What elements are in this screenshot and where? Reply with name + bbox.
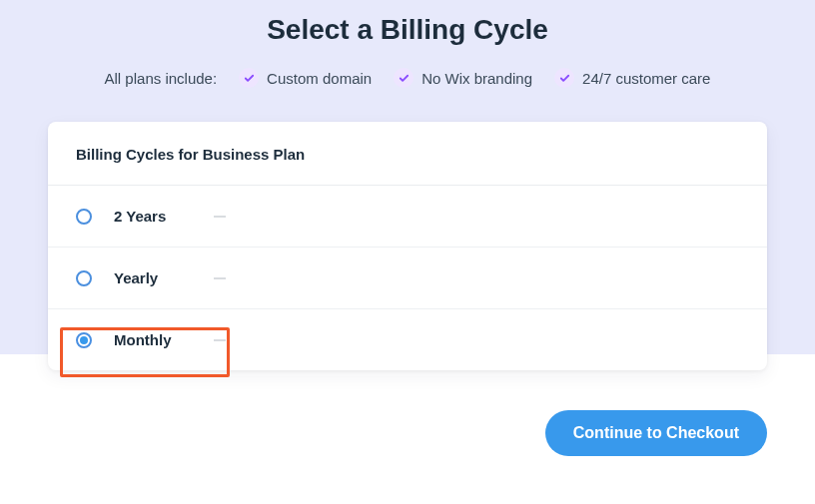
option-yearly[interactable]: Yearly [48,248,767,309]
dash-icon [214,277,226,279]
options-list: 2 Years Yearly Monthly [48,186,767,370]
feature-support: 24/7 customer care [554,68,710,88]
check-icon [554,68,574,88]
option-label: 2 Years [114,208,204,225]
check-icon [394,68,413,88]
radio-icon [76,209,92,225]
page-title: Select a Billing Cycle [48,0,767,46]
option-label: Monthly [114,331,204,348]
billing-card: Billing Cycles for Business Plan 2 Years… [48,122,767,370]
check-icon [239,68,259,88]
feature-no-branding: No Wix branding [394,68,532,88]
includes-label: All plans include: [105,70,218,87]
option-monthly[interactable]: Monthly [48,309,767,370]
radio-icon [76,270,92,286]
footer-row: Continue to Checkout [48,410,767,456]
feature-custom-domain: Custom domain [239,68,372,88]
card-header: Billing Cycles for Business Plan [48,122,767,186]
dash-icon [214,339,226,341]
dash-icon [214,216,226,218]
feature-label: Custom domain [267,70,372,87]
features-row: All plans include: Custom domain No Wix … [48,68,767,88]
option-label: Yearly [114,269,204,286]
feature-label: 24/7 customer care [582,70,710,87]
radio-icon [76,332,92,348]
option-2years[interactable]: 2 Years [48,186,767,248]
continue-button[interactable]: Continue to Checkout [545,410,767,456]
feature-label: No Wix branding [421,70,532,87]
